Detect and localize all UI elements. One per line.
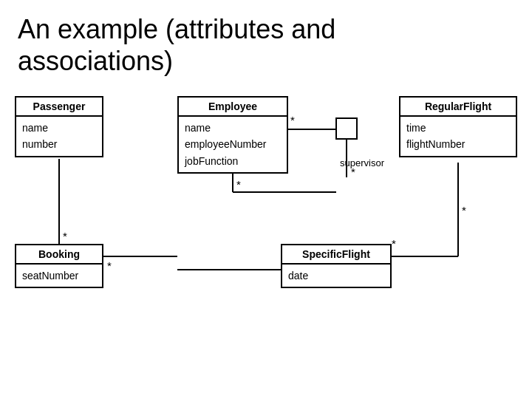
booking-body: seatNumber <box>16 265 102 287</box>
specificflight-class-box: SpecificFlight date <box>281 244 392 288</box>
passenger-class-box: Passenger name number <box>15 96 103 157</box>
employee-attr-jobfunction: jobFunction <box>185 153 281 169</box>
regularflight-attr-flightnumber: flightNumber <box>406 136 510 152</box>
regularflight-body: time flightNumber <box>400 117 516 156</box>
passenger-header: Passenger <box>16 98 102 117</box>
svg-rect-3 <box>336 118 357 139</box>
employee-body: name employeeNumber jobFunction <box>179 117 287 172</box>
star-booking-right: * <box>107 259 112 272</box>
specificflight-body: date <box>282 265 390 287</box>
employee-attr-number: employeeNumber <box>185 136 281 152</box>
employee-header: Employee <box>179 98 287 117</box>
employee-attr-name: name <box>185 120 281 136</box>
booking-attr-seatnumber: seatNumber <box>22 267 96 284</box>
specificflight-header: SpecificFlight <box>282 245 390 265</box>
diagram-area: * * * supervisor * * * * * <box>0 81 532 399</box>
booking-header: Booking <box>16 245 102 265</box>
regularflight-header: RegularFlight <box>400 98 516 117</box>
star-regularflight-down: * <box>462 204 466 216</box>
star-specificflight-top: * <box>392 237 396 250</box>
star-connector-bottom: * <box>351 166 355 178</box>
passenger-attr-number: number <box>22 136 96 152</box>
regularflight-class-box: RegularFlight time flightNumber <box>399 96 517 157</box>
slide-title: An example (attributes and associations) <box>0 0 532 84</box>
star-passenger-booking: * <box>63 230 67 242</box>
passenger-attr-name: name <box>22 120 96 136</box>
supervisor-label: supervisor <box>340 157 385 168</box>
star-employee-down: * <box>236 178 241 191</box>
employee-class-box: Employee name employeeNumber jobFunction <box>177 96 288 174</box>
booking-class-box: Booking seatNumber <box>15 244 103 288</box>
passenger-body: name number <box>16 117 102 156</box>
star-employee-right: * <box>290 114 295 126</box>
specificflight-attr-date: date <box>288 267 384 284</box>
regularflight-attr-time: time <box>406 120 510 136</box>
